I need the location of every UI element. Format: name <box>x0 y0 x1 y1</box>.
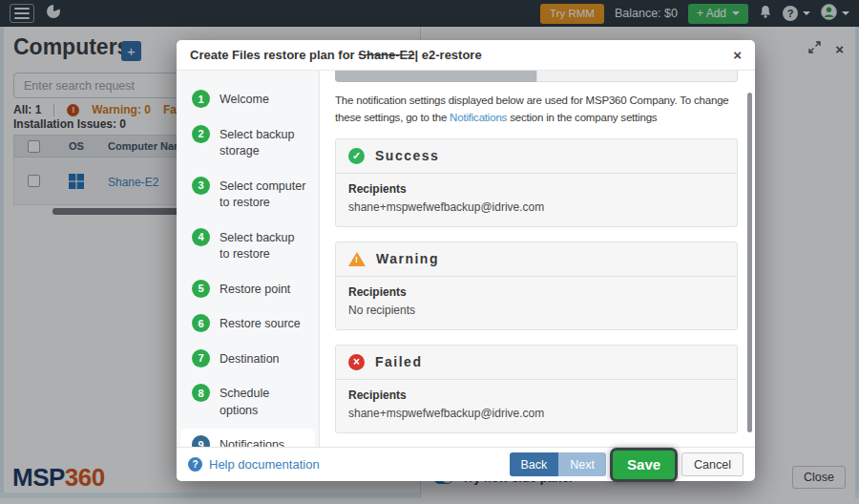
step-select-backup-storage[interactable]: 2 Select backup storage <box>180 118 315 167</box>
step-label: Select backup storage <box>220 125 307 160</box>
step-notifications[interactable]: 9 Notifications <box>180 429 315 447</box>
screen: Computers + All: 1 ! Warning: 0 Failed: … <box>0 0 859 504</box>
segment-right[interactable] <box>536 71 738 82</box>
segment-left[interactable] <box>335 71 536 82</box>
warning-card-body: Recipients No recipients <box>336 277 737 329</box>
back-next-group: Back Next <box>510 452 607 476</box>
step-label: Restore point <box>220 280 290 299</box>
step-label: Destination <box>220 349 280 368</box>
step-label: Select computer to restore <box>220 177 307 212</box>
help-documentation-link[interactable]: ? Help documentation <box>188 457 320 472</box>
notification-settings-text: The notification settings displayed belo… <box>335 93 738 127</box>
failed-card: × Failed Recipients shane+mspwefwefbacku… <box>335 345 738 433</box>
recipients-label: Recipients <box>348 388 724 402</box>
help-question-icon: ? <box>188 457 202 472</box>
modal-footer: ? Help documentation Back Next Save Canc… <box>177 447 755 481</box>
warning-triangle-icon: ! <box>348 252 366 266</box>
step-number: 7 <box>192 349 210 368</box>
next-button[interactable]: Next <box>558 452 606 476</box>
success-card: ✓ Success Recipients shane+mspwefwefback… <box>335 138 738 227</box>
back-button[interactable]: Back <box>510 452 559 476</box>
recipients-value: shane+mspwefwefbackup@idrive.com <box>348 200 724 214</box>
step-welcome[interactable]: 1 Welcome <box>180 83 315 116</box>
step-select-computer-to-restore[interactable]: 3 Select computer to restore <box>180 170 315 219</box>
step-restore-source[interactable]: 6 Restore source <box>180 307 315 340</box>
success-title: Success <box>375 148 439 163</box>
modal-scrollbar[interactable] <box>747 93 752 432</box>
step-number: 6 <box>192 314 210 332</box>
modal-header: Create Files restore plan for Shane-E2| … <box>177 40 755 71</box>
modal-title: Create Files restore plan for Shane-E2| … <box>190 48 482 62</box>
modal-title-suffix: | e2-restore <box>415 48 482 62</box>
step-number: 1 <box>192 90 210 108</box>
warning-exclaim: ! <box>355 255 358 264</box>
clipped-segmented-control[interactable] <box>335 71 738 82</box>
save-button[interactable]: Save <box>613 451 675 479</box>
step-label: Welcome <box>220 90 269 109</box>
notifications-step-content: The notification settings displayed belo… <box>320 71 755 447</box>
step-number: 8 <box>192 384 210 402</box>
success-check-icon: ✓ <box>348 148 365 164</box>
step-number: 4 <box>192 228 210 246</box>
recipients-value: No recipients <box>348 304 724 317</box>
step-number: 5 <box>192 280 210 298</box>
warning-card-header: ! Warning <box>336 242 737 277</box>
failed-title: Failed <box>375 354 422 369</box>
step-select-backup-to-restore[interactable]: 4 Select backup to restore <box>180 221 315 270</box>
step-label: Restore source <box>220 314 301 333</box>
success-card-body: Recipients shane+mspwefwefbackup@idrive.… <box>336 174 737 226</box>
warning-title: Warning <box>376 251 439 266</box>
wizard-steps-nav: 1 Welcome 2 Select backup storage 3 Sele… <box>177 71 320 447</box>
modal-body: 1 Welcome 2 Select backup storage 3 Sele… <box>177 71 755 447</box>
warning-card: ! Warning Recipients No recipients <box>335 242 738 330</box>
intro-text-after: section in the company settings <box>507 112 657 123</box>
modal-title-prefix: Create Files restore plan for <box>190 48 358 62</box>
cancel-button[interactable]: Cancel <box>681 452 744 476</box>
help-documentation-label: Help documentation <box>209 457 320 472</box>
step-label: Schedule options <box>220 384 307 419</box>
step-number: 9 <box>192 435 210 447</box>
success-card-header: ✓ Success <box>336 139 737 174</box>
modal-close-icon[interactable]: × <box>733 48 742 62</box>
step-number: 2 <box>192 125 210 143</box>
notifications-settings-link[interactable]: Notifications <box>450 112 507 123</box>
restore-plan-modal: Create Files restore plan for Shane-E2| … <box>177 40 755 481</box>
step-destination[interactable]: 7 Destination <box>180 343 315 375</box>
recipients-label: Recipients <box>348 285 724 299</box>
modal-title-computer: Shane-E2 <box>358 48 414 62</box>
step-schedule-options[interactable]: 8 Schedule options <box>180 377 315 426</box>
recipients-label: Recipients <box>348 182 724 196</box>
step-number: 3 <box>192 177 210 195</box>
step-label: Notifications <box>220 435 284 447</box>
failed-cross-icon: × <box>348 354 365 370</box>
step-restore-point[interactable]: 5 Restore point <box>180 273 315 305</box>
step-label: Select backup to restore <box>220 228 307 263</box>
recipients-value: shane+mspwefwefbackup@idrive.com <box>348 407 724 420</box>
failed-card-body: Recipients shane+mspwefwefbackup@idrive.… <box>336 380 737 432</box>
failed-card-header: × Failed <box>336 346 737 380</box>
